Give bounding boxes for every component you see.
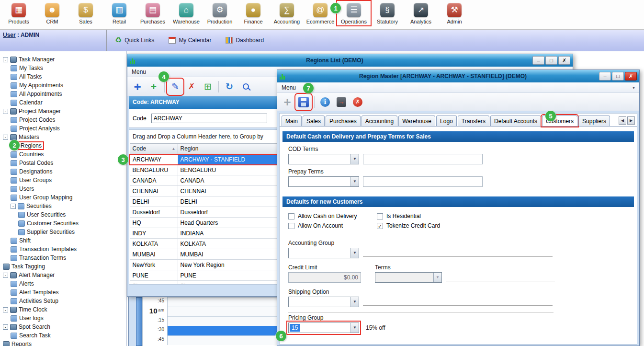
info-button[interactable]: i xyxy=(318,95,332,109)
edit-button[interactable]: ✎ xyxy=(168,80,182,94)
cell-code[interactable]: DELHI xyxy=(130,196,178,207)
tree-item-search-task[interactable]: Search Task xyxy=(0,331,126,340)
tree-item-alert-templates[interactable]: Alert Templates xyxy=(0,288,126,297)
tree-item-transaction-templates[interactable]: Transaction Templates xyxy=(0,245,126,254)
cell-code[interactable]: CANADA xyxy=(130,175,178,186)
table-row[interactable]: KOLKATAKOLKATA xyxy=(130,239,277,249)
cell-region[interactable]: PUNE xyxy=(178,270,277,281)
collapse-icon[interactable]: - xyxy=(3,324,8,330)
cell-code[interactable]: PUNE xyxy=(130,270,178,281)
tree-item-project-manager[interactable]: -Project Manager xyxy=(0,107,126,115)
tree-item-designations[interactable]: Designations xyxy=(0,167,126,176)
terms-select[interactable]: ▼ xyxy=(375,272,442,283)
table-row[interactable]: MUMBAIMUMBAI xyxy=(130,249,277,260)
cell-region[interactable]: Head Quarters xyxy=(178,218,277,228)
add-button[interactable]: + xyxy=(130,80,145,94)
cell-region[interactable]: New York Region xyxy=(178,260,277,270)
tab-scroll-right-icon[interactable]: ▶ xyxy=(627,116,635,125)
module-finance[interactable]: ●Finance xyxy=(237,1,270,25)
cell-code[interactable]: NewYork xyxy=(130,260,178,270)
delete-button[interactable]: ✗ xyxy=(350,95,365,109)
table-row[interactable]: NewYorkNew York Region xyxy=(130,260,277,270)
calendar-scrollbar[interactable] xyxy=(136,297,142,346)
import-button[interactable]: ⊞ xyxy=(201,80,215,94)
module-retail[interactable]: ▥Retail xyxy=(102,1,136,25)
tree-item-shift[interactable]: Shift xyxy=(0,236,126,245)
tab-logo[interactable]: Logo xyxy=(436,115,457,126)
link-my-calendar[interactable]: My Calendar xyxy=(169,37,211,44)
tree-item-all-appointments[interactable]: All Appointments xyxy=(0,90,126,98)
collapse-icon[interactable]: - xyxy=(3,135,8,140)
chevron-down-icon[interactable]: ▼ xyxy=(433,273,441,282)
checkbox-is-residential[interactable]: Is Residential xyxy=(377,213,513,219)
cell-code[interactable]: INDY xyxy=(130,228,178,239)
table-row[interactable]: SingaporeSingapore xyxy=(130,281,277,285)
tab-default-accounts[interactable]: Default Accounts xyxy=(490,115,541,126)
close-button[interactable]: ✗ xyxy=(558,56,570,65)
prepay-terms-description-field[interactable] xyxy=(363,176,483,187)
table-row[interactable]: HQHead Quarters xyxy=(130,218,277,228)
module-warehouse[interactable]: ⌂Warehouse xyxy=(169,1,203,25)
collapse-icon[interactable]: - xyxy=(3,109,8,114)
link-dashboard[interactable]: Dashboard xyxy=(226,37,264,44)
tree-item-countries[interactable]: Countries xyxy=(0,150,126,159)
cell-code[interactable]: BENGALURU xyxy=(130,165,178,175)
cell-code[interactable]: KOLKATA xyxy=(130,239,178,249)
tree-item-user-logs[interactable]: User logs xyxy=(0,314,126,323)
module-products[interactable]: ▦Products xyxy=(2,1,35,25)
tab-accounting[interactable]: Accounting xyxy=(362,115,397,126)
table-row[interactable]: DELHIDELHI xyxy=(130,196,277,207)
cod-terms-description-field[interactable] xyxy=(363,154,483,164)
cod-terms-select[interactable]: ▼ xyxy=(288,154,359,164)
calendar-slot[interactable] xyxy=(168,326,277,335)
cell-code[interactable]: HQ xyxy=(130,218,178,228)
cell-region[interactable]: ARCHWAY - STANFIELD xyxy=(178,154,277,165)
cell-code[interactable]: MUMBAI xyxy=(130,249,178,260)
maximize-button[interactable]: □ xyxy=(612,72,624,81)
table-row[interactable]: ARCHWAYARCHWAY - STANFIELD xyxy=(130,154,277,165)
tab-scroll-left-icon[interactable]: ◀ xyxy=(619,116,626,125)
tree-item-user-securities[interactable]: User Securities xyxy=(0,210,126,219)
tab-sales[interactable]: Sales xyxy=(303,115,325,126)
checkbox-allow-cash-on-delivery[interactable]: Allow Cash on Delivery xyxy=(288,213,377,219)
tree-item-my-tasks[interactable]: My Tasks xyxy=(0,64,126,72)
toolbar-overflow-icon[interactable]: ▾ xyxy=(633,85,635,90)
tree-item-customer-securities[interactable]: Customer Securities xyxy=(0,219,126,228)
tree-item-project-analysis[interactable]: Project Analysis xyxy=(0,124,126,133)
cell-code[interactable]: ARCHWAY xyxy=(130,154,178,165)
cell-code[interactable]: Dusseldorf xyxy=(130,207,178,218)
tree-item-transaction-terms[interactable]: Transaction Terms xyxy=(0,254,126,262)
chevron-down-icon[interactable]: ▼ xyxy=(350,154,359,164)
accounting-group-select[interactable]: ▼ xyxy=(288,248,359,258)
tab-transfers[interactable]: Transfers xyxy=(458,115,489,126)
tree-item-task-tagging[interactable]: Task Tagging xyxy=(0,262,126,271)
menu-item[interactable]: Menu xyxy=(132,69,146,75)
cell-code[interactable]: Singapore xyxy=(130,281,178,285)
tree-item-my-appointments[interactable]: My Appointments xyxy=(0,81,126,90)
calendar-slot[interactable] xyxy=(168,307,277,316)
column-header-code[interactable]: Code▲ xyxy=(130,144,178,154)
calendar-slot[interactable] xyxy=(168,297,277,307)
close-button[interactable]: ✗ xyxy=(625,72,637,81)
menu-item[interactable]: Menu xyxy=(282,84,296,91)
credit-limit-input[interactable] xyxy=(288,272,361,283)
tree-item-securities[interactable]: -Securities xyxy=(0,202,126,210)
module-accounting[interactable]: ∑Accounting xyxy=(270,1,304,25)
prepay-terms-select[interactable]: ▼ xyxy=(288,176,359,187)
table-row[interactable]: PUNEPUNE xyxy=(130,270,277,281)
collapse-icon[interactable]: - xyxy=(11,204,16,209)
collapse-icon[interactable]: - xyxy=(3,273,8,278)
add-button[interactable]: + xyxy=(280,95,294,109)
module-statutory[interactable]: §Statutory xyxy=(371,1,404,25)
module-sales[interactable]: $Sales xyxy=(69,1,102,25)
checkbox-allow-on-account[interactable]: Allow On Account xyxy=(288,222,377,229)
module-admin[interactable]: ⚒Admin xyxy=(438,1,471,25)
tree-item-user-group-mapping[interactable]: User Group Mapping xyxy=(0,193,126,202)
tree-item-activities-setup[interactable]: Activities Setup xyxy=(0,297,126,305)
tree-item-alert-manager[interactable]: -Alert Manager xyxy=(0,271,126,279)
tree-item-postal-codes[interactable]: Postal Codes xyxy=(0,159,126,167)
table-row[interactable]: INDYINDIANA xyxy=(130,228,277,239)
exit-button[interactable]: → xyxy=(334,95,349,109)
tab-main[interactable]: Main xyxy=(282,115,302,126)
tree-item-all-tasks[interactable]: All Tasks xyxy=(0,72,126,81)
